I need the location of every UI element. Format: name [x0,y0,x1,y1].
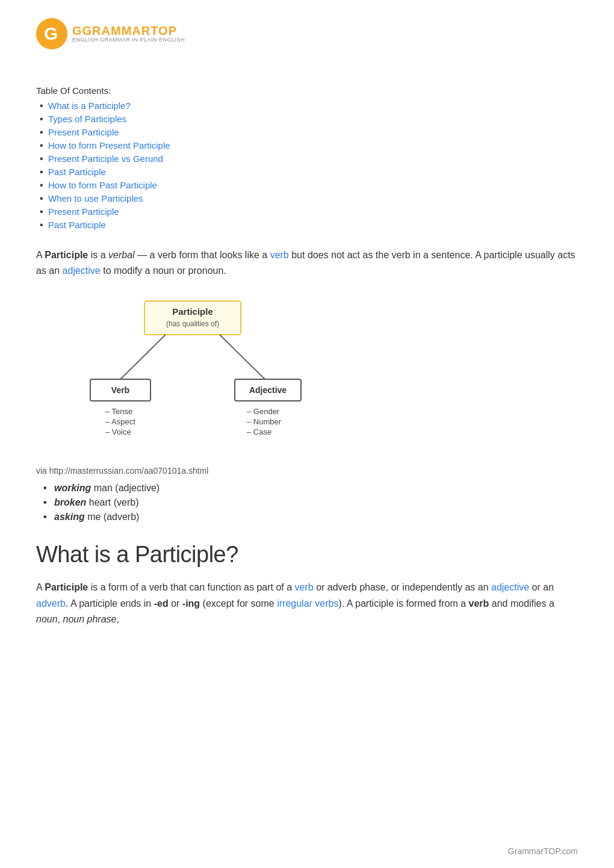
toc-list-item: How to form Present Participle [48,140,578,151]
example-bold: broken [54,497,86,507]
svg-line-5 [120,335,166,379]
bold-participle: Participle [45,250,88,260]
diagram-svg: Participle (has qualities of) Verb Adjec… [72,295,313,460]
link-irregular-verbs[interactable]: irregular verbs [277,598,338,609]
logo-icon[interactable]: G [36,18,67,49]
logo-brand: GGRAMMARTOP [72,24,185,37]
diagram-container: Participle (has qualities of) Verb Adjec… [36,295,578,460]
italic-verbal: verbal [108,250,135,260]
example-list-item: asking me (adverb) [54,512,578,522]
toc-link[interactable]: Types of Participles [48,114,126,124]
toc-list-item: Present Participle [48,206,578,217]
link-adjective-2[interactable]: adjective [491,582,529,592]
via-line: via http://masterrussian.com/aa070101a.s… [36,466,578,476]
link-verb[interactable]: verb [270,250,289,260]
toc-list-item: Present Participle [48,127,578,138]
toc-list-item: Types of Participles [48,114,578,125]
logo-text: GGRAMMARTOP ENGLISH GRAMMAR IN PLAIN ENG… [72,24,185,43]
svg-text:Verb: Verb [111,385,129,395]
svg-text:– Gender: – Gender [247,407,280,416]
svg-text:Participle: Participle [172,306,213,317]
toc-list-item: Past Participle [48,167,578,178]
toc-link[interactable]: Present Participle vs Gerund [48,153,163,164]
bold-ed: -ed [154,598,169,609]
svg-text:– Case: – Case [247,427,271,436]
svg-text:– Number: – Number [247,417,282,426]
section-heading-what: What is a Participle? [36,542,578,568]
toc-list-item: Present Participle vs Gerund [48,153,578,164]
svg-text:(has qualities of): (has qualities of) [166,320,219,328]
toc-link[interactable]: Present Participle [48,206,119,217]
svg-line-6 [220,335,265,379]
svg-text:– Aspect: – Aspect [105,417,135,426]
bold-participle-2: Participle [45,582,88,592]
example-list-item: broken heart (verb) [54,497,578,508]
page-footer: GrammarTOP.com [508,846,578,856]
toc-link[interactable]: Present Participle [48,127,119,137]
italic-noun-phrase: noun phrase [63,614,116,624]
toc-link[interactable]: What is a Participle? [48,101,131,111]
link-verb-2[interactable]: verb [295,582,314,592]
link-adjective[interactable]: adjective [63,265,101,276]
toc-link[interactable]: How to form Past Participle [48,180,157,190]
site-header: G GGRAMMARTOP ENGLISH GRAMMAR IN PLAIN E… [36,12,578,49]
example-bold: asking [54,512,85,522]
logo-subtitle: ENGLISH GRAMMAR IN PLAIN ENGLISH [72,37,185,43]
toc-link[interactable]: When to use Participles [48,193,143,203]
example-list: working man (adjective)broken heart (ver… [36,483,578,522]
logo-brand-span: G [72,24,82,37]
section-para-what: A Participle is a form of a verb that ca… [36,580,578,627]
toc-title: Table Of Contents: [36,85,578,96]
toc-link[interactable]: How to form Present Participle [48,140,170,150]
toc-list-item: What is a Participle? [48,101,578,111]
toc-list-item: Past Participle [48,220,578,231]
toc-list: What is a Participle?Types of Participle… [36,101,578,231]
svg-text:Adjective: Adjective [249,385,287,395]
italic-noun: noun [36,614,58,624]
example-bold: working [54,483,91,493]
toc-link[interactable]: Past Participle [48,220,106,230]
example-list-item: working man (adjective) [54,483,578,494]
toc-list-item: How to form Past Participle [48,180,578,191]
link-adverb[interactable]: adverb [36,598,66,609]
table-of-contents: Table Of Contents: What is a Participle?… [36,85,578,231]
toc-link[interactable]: Past Participle [48,167,106,177]
intro-paragraph: A Participle is a verbal — a verb form t… [36,247,578,278]
svg-text:– Tense: – Tense [105,407,132,416]
bold-ing: -ing [182,598,200,609]
svg-text:– Voice: – Voice [105,427,131,436]
toc-list-item: When to use Participles [48,193,578,204]
bold-verb-3: verb [469,598,489,609]
svg-text:G: G [44,23,58,43]
